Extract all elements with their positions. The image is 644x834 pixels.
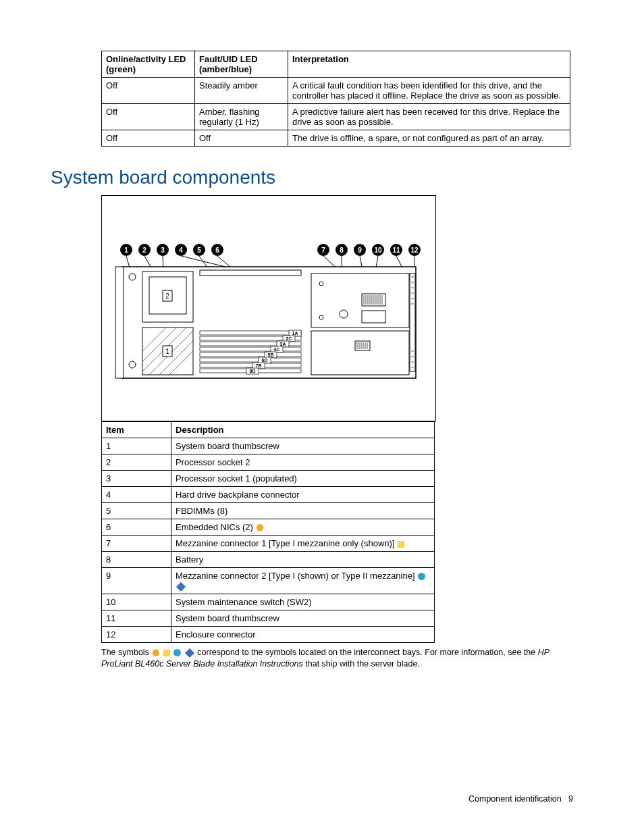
table-row: 3Processor socket 1 (populated) xyxy=(102,471,435,487)
svg-text:3A: 3A xyxy=(280,342,286,346)
section-heading: System board components xyxy=(51,167,573,188)
col-description: Description xyxy=(171,422,435,438)
col-fault-led: Fault/UID LED (amber/blue) xyxy=(195,51,288,78)
svg-rect-65 xyxy=(200,347,301,351)
svg-rect-71 xyxy=(200,358,301,362)
component-table: Item Description 1System board thumbscre… xyxy=(101,421,435,643)
page-footer: Component identification 9 xyxy=(468,794,573,804)
svg-rect-95 xyxy=(362,311,385,323)
col-interpretation: Interpretation xyxy=(288,51,570,78)
table-row: 4Hard drive backplane connector xyxy=(102,487,435,503)
table-row: Off Amber, flashing regularly (1 Hz) A p… xyxy=(102,104,570,130)
svg-text:6D: 6D xyxy=(262,358,268,363)
svg-text:3: 3 xyxy=(161,246,165,254)
svg-point-39 xyxy=(129,361,136,368)
table-row: 1System board thumbscrew xyxy=(102,438,435,454)
hexagon-icon xyxy=(257,524,264,531)
svg-text:1: 1 xyxy=(124,246,128,254)
col-online-led: Online/activity LED (green) xyxy=(102,51,195,78)
svg-rect-80 xyxy=(200,270,301,276)
svg-text:4C: 4C xyxy=(274,347,280,352)
svg-text:8: 8 xyxy=(340,246,344,254)
svg-text:2: 2 xyxy=(165,292,169,300)
table-row: 12Enclosure connector xyxy=(102,627,435,643)
table-row: 6Embedded NICs (2) xyxy=(102,519,435,536)
table-row: 11System board thumbscrew xyxy=(102,610,435,627)
square-icon xyxy=(163,650,170,656)
svg-text:4: 4 xyxy=(179,246,183,254)
svg-text:12: 12 xyxy=(410,246,419,254)
svg-point-97 xyxy=(340,310,348,318)
svg-text:6: 6 xyxy=(215,246,219,254)
svg-text:2: 2 xyxy=(142,246,146,254)
system-board-diagram: 123456789101112 2 xyxy=(101,195,436,421)
svg-rect-37 xyxy=(115,267,124,378)
table-row: 5FBDIMMs (8) xyxy=(102,503,435,519)
table-row: 2Processor socket 2 xyxy=(102,454,435,471)
hexagon-icon xyxy=(152,649,159,656)
table-row: Off Off The drive is offline, a spare, o… xyxy=(102,130,570,147)
svg-text:7B: 7B xyxy=(256,363,262,368)
svg-text:1: 1 xyxy=(165,348,169,355)
table-row: 10System maintenance switch (SW2) xyxy=(102,594,435,610)
table-row: 7Mezzanine connector 1 [Type I mezzanine… xyxy=(102,536,435,552)
svg-rect-56 xyxy=(200,331,301,335)
circle-icon xyxy=(173,649,181,656)
svg-text:7: 7 xyxy=(321,246,325,254)
diamond-icon xyxy=(176,581,186,591)
svg-text:2C: 2C xyxy=(286,336,292,341)
diamond-icon xyxy=(185,648,194,658)
svg-text:10: 10 xyxy=(374,246,382,254)
svg-rect-81 xyxy=(311,273,409,328)
square-icon xyxy=(398,541,404,548)
table-row: 9Mezzanine connector 2 [Type I (shown) o… xyxy=(102,568,435,594)
svg-text:1A: 1A xyxy=(292,331,298,336)
table-row: 8Battery xyxy=(102,552,435,568)
svg-rect-96 xyxy=(311,331,409,375)
svg-text:11: 11 xyxy=(392,246,400,254)
table-row: Off Steadily amber A critical fault cond… xyxy=(102,78,570,104)
col-item: Item xyxy=(102,422,171,438)
svg-text:5B: 5B xyxy=(268,353,274,357)
svg-point-38 xyxy=(129,273,136,280)
svg-rect-74 xyxy=(200,363,301,367)
symbol-footnote: The symbols correspond to the symbols lo… xyxy=(101,647,574,670)
svg-text:9: 9 xyxy=(358,246,362,254)
led-status-table: Online/activity LED (green) Fault/UID LE… xyxy=(101,51,570,147)
svg-rect-68 xyxy=(200,353,301,357)
svg-text:5: 5 xyxy=(197,246,201,254)
svg-text:8D: 8D xyxy=(250,369,256,373)
circle-icon xyxy=(418,573,425,580)
